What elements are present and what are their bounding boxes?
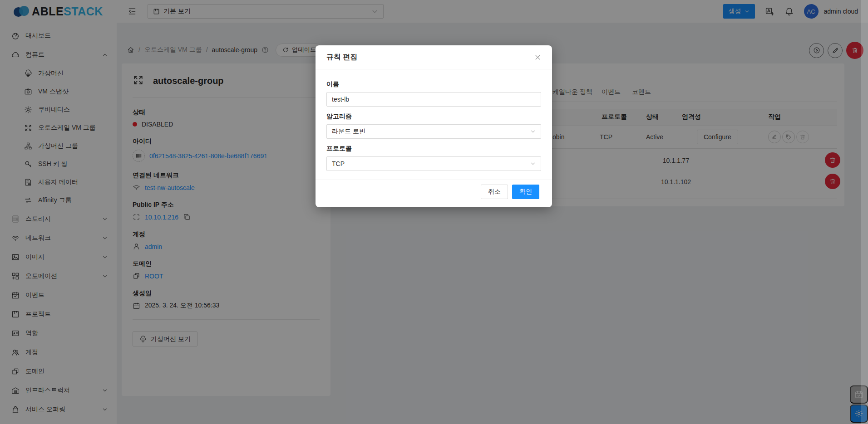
- name-input[interactable]: [326, 92, 541, 107]
- cancel-button[interactable]: 취소: [481, 185, 508, 199]
- chevron-down-icon: [530, 129, 536, 134]
- ok-button[interactable]: 확인: [512, 185, 539, 199]
- protocol-select[interactable]: TCP: [326, 156, 541, 171]
- field-label: 프로토콜: [326, 145, 541, 153]
- field-label: 알고리즘: [326, 112, 541, 121]
- chevron-down-icon: [530, 161, 536, 166]
- page-scrollbar[interactable]: [861, 0, 868, 424]
- field-label: 이름: [326, 80, 541, 88]
- modal-title: 규칙 편집: [326, 53, 357, 62]
- algorithm-select[interactable]: 라운드 로빈: [326, 124, 541, 139]
- edit-rule-modal: 규칙 편집 이름알고리즘 라운드 로빈 프로토콜 TCP 취소 확인: [316, 45, 552, 207]
- close-icon[interactable]: [534, 54, 541, 61]
